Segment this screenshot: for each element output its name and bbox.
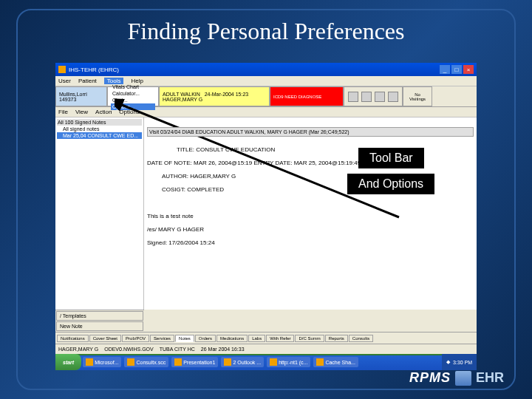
submenu-file[interactable]: File	[58, 109, 68, 115]
patient-bar: Mullins,Lorri 149373 Vitals Chart Calcul…	[55, 86, 477, 107]
callout-toolbar: Tool Bar	[358, 148, 424, 168]
alert-cell[interactable]: ICD9 NEED DIAGNOSE	[270, 86, 344, 106]
taskbar-item[interactable]: Microsof...	[83, 357, 121, 367]
close-button[interactable]: ×	[463, 65, 474, 74]
tab-withrefer[interactable]: With Refer	[266, 335, 294, 342]
windows-taskbar: start Microsof...Consultx.sccPresentatio…	[55, 354, 477, 370]
dropdown-item[interactable]: Calculator...	[111, 90, 155, 97]
note-tree: All 100 Signed Notes All signed notes Ma…	[55, 117, 144, 310]
callout-options: And Options	[347, 174, 434, 194]
visit-cell[interactable]: ADULT WALKIN 24-Mar-2004 15:23 HAGER,MAR…	[159, 86, 270, 106]
status-bar: HAGER,MARY G ODEV0.NWIHS.GOV TUBA CITY H…	[55, 344, 477, 354]
note-body: This is a test note /es/ MARY G HAGER Si…	[147, 213, 474, 246]
dropdown-item[interactable]: Chat...	[111, 97, 155, 103]
toolbar-icon[interactable]	[388, 92, 398, 102]
logo-rpms: RPMS	[409, 370, 451, 386]
window-title: IHS-TEHR (EHRC)	[69, 66, 119, 73]
patient-name: Mullins,Lorri	[59, 92, 103, 97]
tab-notifications[interactable]: Notifications	[57, 335, 89, 342]
start-button[interactable]: start	[55, 354, 81, 370]
tab-notes[interactable]: Notes	[175, 335, 194, 342]
taskbar-item[interactable]: 2 Outlook ...	[221, 357, 264, 367]
screenshot: IHS-TEHR (EHRC) _ □ × User Patient Tools…	[55, 63, 477, 344]
new-note-button[interactable]: New Note	[56, 321, 143, 331]
tools-dropdown: Vitals Chart Calculator... Chat... Optio…	[107, 86, 159, 106]
left-buttons: / Templates New Note	[55, 310, 144, 332]
tab-medications[interactable]: Medications	[216, 335, 248, 342]
system-tray: ◆ 3:30 PM	[442, 354, 477, 370]
patient-id: 149373	[59, 97, 103, 102]
app-icon	[58, 66, 66, 73]
status-loc: TUBA CITY HC	[160, 347, 195, 352]
toolbar-icon[interactable]	[348, 92, 358, 102]
minimize-button[interactable]: _	[440, 65, 450, 74]
taskbar-item[interactable]: Cache Sha...	[313, 357, 358, 367]
clock: 3:30 PM	[453, 360, 472, 365]
patient-cell[interactable]: Mullins,Lorri 149373	[55, 86, 107, 106]
logo-ehr: EHR	[476, 370, 504, 386]
dropdown-item[interactable]: Vitals Chart	[111, 83, 155, 90]
logo-icon	[455, 371, 471, 386]
tab-dcsumm[interactable]: D/C Summ	[295, 335, 324, 342]
submenu-action[interactable]: Action	[95, 109, 112, 115]
visit-header: Visit 03/24/04 DIAB EDUCATION ADULT WALK…	[147, 127, 474, 137]
menu-user[interactable]: User	[58, 78, 71, 84]
templates-button[interactable]: / Templates	[56, 311, 143, 321]
toolbar-icon[interactable]	[361, 92, 372, 102]
no-visitings: No Visitings	[403, 86, 432, 106]
status-host: ODEV0.NWIHS.GOV	[104, 347, 154, 352]
rpms-logo: RPMS EHR	[409, 370, 504, 386]
taskbar-item[interactable]: http:-nt1 (c...	[267, 357, 310, 367]
tab-services[interactable]: Services	[150, 335, 174, 342]
tree-node-selected[interactable]: Mar 25,04 CONSULT CWE ED...	[57, 132, 142, 139]
toolbar-icon[interactable]	[375, 92, 385, 102]
tree-node[interactable]: All signed notes	[57, 126, 142, 132]
tab-probpov[interactable]: Prob/POV	[122, 335, 149, 342]
note-date: DATE OF NOTE: MAR 26, 2004@15:19 ENTRY D…	[147, 160, 474, 166]
note-content: Visit 03/24/04 DIAB EDUCATION ADULT WALK…	[144, 117, 477, 310]
maximize-button[interactable]: □	[451, 65, 462, 74]
tray-icon[interactable]: ◆	[446, 359, 450, 365]
tab-consults[interactable]: Consults	[349, 335, 373, 342]
tab-orders[interactable]: Orders	[195, 335, 216, 342]
tree-header: All 100 Signed Notes	[57, 119, 142, 126]
tab-coversheet[interactable]: Cover Sheet	[89, 335, 121, 342]
title-bar: IHS-TEHR (EHRC) _ □ ×	[55, 63, 477, 76]
dropdown-options[interactable]: Options...	[111, 103, 155, 110]
note-title: TITLE: CONSULT CWE EDUCATION	[147, 146, 474, 153]
slide-title: Finding Personal Preferences	[0, 18, 532, 45]
tab-labs[interactable]: Labs	[248, 335, 265, 342]
tab-reports[interactable]: Reports	[325, 335, 348, 342]
status-user: HAGER,MARY G	[58, 347, 98, 352]
menu-patient[interactable]: Patient	[78, 78, 97, 84]
toolbar-icons	[344, 86, 403, 106]
status-time: 26 Mar 2004 16:33	[201, 347, 245, 352]
taskbar-item[interactable]: Consultx.scc	[124, 357, 168, 367]
bottom-tabs: NotificationsCover SheetProb/POVServices…	[55, 332, 477, 344]
submenu-view[interactable]: View	[75, 109, 88, 115]
taskbar-item[interactable]: Presentation1	[171, 357, 218, 367]
